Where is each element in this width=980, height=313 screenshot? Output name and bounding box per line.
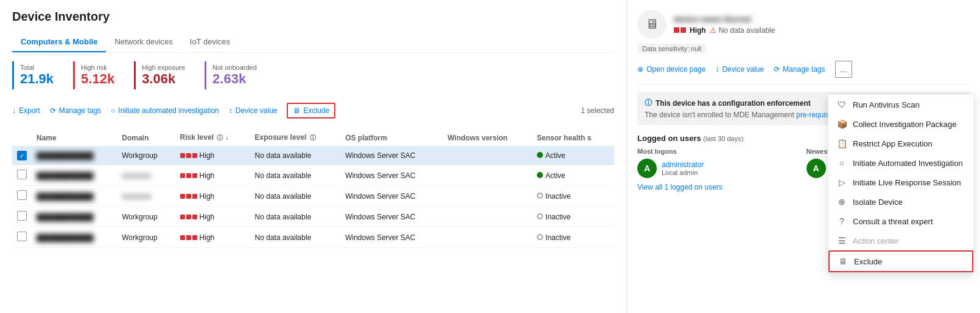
table-row[interactable]: ████████████xxxxxxxxHighNo data availabl…	[12, 165, 614, 186]
user-name[interactable]: administrator	[662, 160, 704, 169]
table-row[interactable]: ✓████████████WorkgroupHighNo data availa…	[12, 146, 614, 165]
export-button[interactable]: ↓ Export	[12, 106, 40, 115]
selected-count: 1 selected	[581, 106, 614, 115]
action-links: ⊕ Open device page ↕ Device value ⟳ Mana…	[637, 61, 970, 84]
manage-tags-link[interactable]: ⟳ Manage tags	[774, 65, 825, 74]
row-checkbox[interactable]	[17, 232, 27, 241]
manage-tags-label: Manage tags	[59, 106, 101, 115]
menu-item-label-4: Initiate Live Response Session	[853, 178, 961, 187]
user-role: Local admin	[662, 169, 704, 176]
stat-high-exposure-value: 3.06k	[142, 71, 185, 87]
open-device-page-link[interactable]: ⊕ Open device page	[637, 65, 705, 74]
row-risk: High	[175, 207, 250, 227]
row-checkbox-cell	[12, 165, 32, 186]
menu-item-icon-7: ☰	[837, 236, 847, 246]
menu-item-6[interactable]: ?Consult a threat expert	[828, 212, 973, 231]
device-icon: 🖥	[637, 10, 667, 39]
menu-item-2[interactable]: 📋Restrict App Execution	[828, 134, 973, 153]
row-name: ████████████	[32, 227, 117, 248]
row-os: Windows Server SAC	[340, 186, 443, 207]
row-exposure: No data available	[250, 165, 341, 186]
menu-item-1[interactable]: 📦Collect Investigation Package	[828, 114, 973, 134]
user-avatar-newest: A	[807, 159, 826, 178]
menu-item-8[interactable]: 🖥Exclude	[828, 250, 973, 272]
device-value-icon2: ↕	[715, 65, 719, 74]
menu-item-7: ☰Action center	[828, 231, 973, 250]
stat-high-exposure: High exposure 3.06k	[134, 61, 195, 89]
exclude-label: Exclude	[303, 106, 329, 115]
risk-squares	[674, 27, 686, 33]
stat-not-onboarded: Not onboarded 2.63k	[205, 61, 267, 89]
sensor-dot	[537, 213, 543, 219]
device-value-link[interactable]: ↕ Device value	[715, 65, 764, 74]
row-checkbox[interactable]: ✓	[17, 151, 27, 160]
manage-tags-label2: Manage tags	[783, 65, 825, 74]
stats-row: Total 21.9k High risk 5.12k High exposur…	[12, 61, 614, 89]
col-name: Name	[32, 129, 117, 146]
manage-tags-icon2: ⟳	[774, 65, 780, 74]
menu-item-label-8: Exclude	[854, 257, 882, 266]
menu-item-label-7: Action center	[853, 236, 899, 246]
toolbar: ↓ Export ⟳ Manage tags ○ Initiate automa…	[12, 99, 614, 122]
row-exposure: No data available	[250, 207, 341, 227]
device-header: 🖥 device name blurred High ⚠ No data ava…	[637, 10, 970, 39]
tab-iot-devices[interactable]: IoT devices	[181, 32, 239, 52]
row-checkbox[interactable]	[17, 211, 27, 221]
row-domain: xxxxxxxx	[117, 186, 175, 207]
menu-item-label-5: Isolate Device	[853, 198, 903, 207]
tab-network-devices[interactable]: Network devices	[106, 32, 181, 52]
exclude-button[interactable]: 🖥 Exclude	[287, 103, 335, 119]
row-checkbox[interactable]	[17, 170, 27, 179]
row-os: Windows Server SAC	[340, 227, 443, 248]
row-risk: High	[175, 186, 250, 207]
row-checkbox[interactable]	[17, 190, 27, 200]
menu-item-label-3: Initiate Automated Investigation	[853, 159, 963, 168]
row-domain: Workgroup	[117, 227, 175, 248]
row-checkbox-cell: ✓	[12, 146, 32, 165]
export-label: Export	[19, 106, 40, 115]
warning-icon: ⚠	[710, 26, 716, 35]
row-name: ████████████	[32, 207, 117, 227]
table-row[interactable]: ████████████WorkgroupHighNo data availab…	[12, 227, 614, 248]
menu-item-0[interactable]: 🛡Run Antivirus Scan	[828, 95, 973, 114]
open-device-label: Open device page	[646, 65, 705, 74]
menu-item-5[interactable]: ⊗Isolate Device	[828, 192, 973, 212]
row-win-ver	[443, 186, 532, 207]
device-value-button[interactable]: ↕ Device value	[229, 106, 278, 115]
stat-total-value: 21.9k	[20, 71, 54, 87]
exclude-icon: 🖥	[293, 106, 300, 115]
tab-computers-mobile[interactable]: Computers & Mobile	[12, 32, 106, 52]
initiate-auto-button[interactable]: ○ Initiate automated investigation	[111, 106, 219, 115]
menu-item-icon-5: ⊗	[837, 197, 847, 207]
menu-item-4[interactable]: ▷Initiate Live Response Session	[828, 173, 973, 192]
page-title: Device Inventory	[12, 10, 614, 24]
row-win-ver	[443, 227, 532, 248]
col-exposure: Exposure level ⓘ	[250, 129, 341, 146]
row-win-ver	[443, 146, 532, 165]
menu-item-3[interactable]: ○Initiate Automated Investigation	[828, 153, 973, 173]
sensor-dot	[537, 193, 543, 199]
device-value-icon: ↕	[229, 106, 233, 115]
col-domain: Domain	[117, 129, 175, 146]
device-value-label: Device value	[236, 106, 278, 115]
no-data-label: No data available	[719, 26, 775, 35]
stat-high-risk-label: High risk	[81, 64, 114, 71]
more-actions-button[interactable]: ...	[835, 61, 852, 78]
stat-total: Total 21.9k	[12, 61, 63, 89]
left-panel: Device Inventory Computers & Mobile Netw…	[0, 0, 627, 313]
most-logons-col: Most logons A administrator Local admin	[637, 148, 802, 178]
export-icon: ↓	[12, 106, 16, 115]
row-domain: Workgroup	[117, 146, 175, 165]
sensitivity-badge: Data sensitivity: null	[637, 44, 706, 53]
info-circle-icon: ⓘ	[645, 98, 652, 108]
row-domain: Workgroup	[117, 207, 175, 227]
tab-bar: Computers & Mobile Network devices IoT d…	[12, 32, 614, 53]
row-exposure: No data available	[250, 146, 341, 165]
open-device-icon: ⊕	[637, 65, 643, 74]
menu-item-label-1: Collect Investigation Package	[853, 120, 957, 129]
table-row[interactable]: ████████████WorkgroupHighNo data availab…	[12, 207, 614, 227]
manage-tags-button[interactable]: ⟳ Manage tags	[50, 106, 101, 115]
col-sensor: Sensor health s	[532, 129, 614, 146]
risk-label: High	[690, 26, 706, 35]
table-row[interactable]: ████████████xxxxxxxxHighNo data availabl…	[12, 186, 614, 207]
